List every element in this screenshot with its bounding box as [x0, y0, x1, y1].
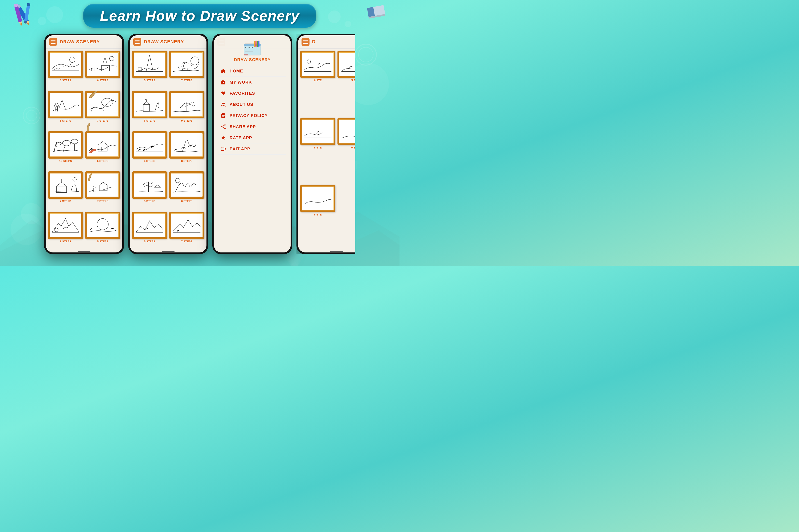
phone-2-screen: DRAW SCENERY 5 STEPS — [130, 35, 206, 252]
drawing-item[interactable]: 5 STEPS — [132, 212, 167, 250]
svg-point-115 — [359, 47, 373, 62]
drawing-item[interactable]: 16 STEPS — [48, 131, 83, 170]
phone-2: DRAW SCENERY 5 STEPS — [128, 34, 208, 254]
mywork-icon — [220, 79, 227, 86]
phone-4-menu-icon[interactable] — [302, 38, 309, 46]
step-label: 6 STEPS — [132, 159, 167, 163]
menu-item-privacy[interactable]: PRIVACY POLICY — [218, 110, 286, 121]
svg-point-97 — [224, 124, 225, 126]
svg-point-92 — [223, 103, 225, 104]
drawing-item[interactable]: 6 STEPS — [132, 91, 167, 129]
phone-2-home-indicator — [162, 251, 175, 252]
exit-label: EXIT APP — [230, 147, 250, 151]
svg-rect-27 — [50, 93, 81, 116]
drawing-item[interactable]: 6 STEPS — [169, 171, 204, 210]
phone-1-menu-icon[interactable] — [49, 38, 57, 46]
drawing-item[interactable]: 5 STEPS — [48, 91, 83, 129]
bg-swirl-2 — [21, 105, 42, 126]
drawing-item[interactable]: 6 STEPS — [85, 51, 120, 89]
svg-rect-102 — [221, 147, 224, 151]
step-label: 7 STEPS — [48, 200, 83, 203]
step-label: 7 STEPS — [169, 79, 204, 82]
step-label: 6 STEPS — [85, 79, 120, 82]
phone-1-header: DRAW SCENERY — [46, 35, 122, 49]
svg-rect-56 — [87, 214, 119, 237]
app-logo — [242, 39, 263, 56]
svg-rect-74 — [171, 174, 203, 196]
phone-4-title: D — [312, 39, 315, 44]
phone-1-title: DRAW SCENERY — [60, 39, 100, 44]
drawing-item[interactable]: 6 STE — [300, 185, 335, 250]
phone-4-grid: 6 STE 5 STE — [298, 49, 375, 252]
drawing-item[interactable]: 5 STE — [338, 118, 373, 183]
home-icon — [220, 68, 227, 74]
phone-3-screen: DRAW SCENERY HOME — [214, 35, 291, 252]
drawing-item[interactable]: 6 STE — [300, 51, 335, 116]
favorites-label: FAVORITES — [230, 91, 255, 96]
home-label: HOME — [230, 69, 243, 74]
phone-1-home-indicator — [78, 251, 90, 252]
svg-line-101 — [222, 127, 224, 128]
step-label: 6 STE — [300, 146, 335, 149]
drawing-item[interactable]: 6 STEPS — [132, 131, 167, 170]
drawing-item[interactable]: 7 STEPS — [169, 212, 204, 250]
svg-rect-45 — [50, 174, 81, 196]
drawing-item[interactable]: 7 STEPS — [48, 171, 83, 210]
step-label: 6 STEPS — [169, 200, 204, 203]
menu-item-share[interactable]: SHARE APP — [218, 121, 286, 132]
menu-item-exit[interactable]: EXIT APP — [218, 144, 286, 155]
svg-rect-71 — [134, 174, 165, 196]
pencils-decoration — [11, 1, 38, 28]
menu-item-favorites[interactable]: FAVORITES — [218, 88, 286, 99]
phone-1: DRAW SCENERY — [44, 34, 124, 254]
svg-rect-82 — [255, 40, 256, 47]
phone-1-grid: 6 STEPS 6 STEPS — [46, 49, 122, 252]
step-label: 6 STE — [300, 79, 335, 82]
menu-item-mywork[interactable]: MY WORK — [218, 77, 286, 88]
phone-4-screen: D 6 STE — [298, 35, 375, 252]
svg-point-91 — [222, 103, 223, 104]
svg-rect-61 — [171, 53, 203, 76]
step-label: 6 STEPS — [48, 79, 83, 82]
drawing-item[interactable]: 5 STEPS — [85, 212, 120, 250]
svg-rect-78 — [171, 214, 203, 237]
drawing-item[interactable]: 6 STEPS — [48, 51, 83, 89]
phone-1-screen: DRAW SCENERY — [46, 35, 122, 252]
phone-2-title: DRAW SCENERY — [144, 39, 184, 44]
menu-item-rate[interactable]: RATE APP — [218, 132, 286, 144]
step-label: 8 STEPS — [48, 240, 83, 243]
drawing-item[interactable]: 8 STEPS — [169, 131, 204, 170]
step-label: 8 STEPS — [169, 159, 204, 163]
drawing-item[interactable]: 8 STEPS — [48, 212, 83, 250]
step-label: 5 STE — [338, 146, 373, 149]
step-label: 5 STEPS — [85, 240, 120, 243]
privacy-icon — [220, 112, 227, 119]
step-label: 5 STEPS — [132, 240, 167, 243]
svg-rect-84 — [258, 40, 259, 47]
aboutus-icon — [220, 101, 227, 108]
svg-rect-103 — [302, 53, 334, 76]
step-label: 7 STEPS — [85, 200, 120, 203]
phone-2-header: DRAW SCENERY — [130, 35, 206, 49]
drawing-item[interactable]: 6 STE — [300, 118, 335, 183]
svg-rect-53 — [50, 214, 81, 237]
rate-label: RATE APP — [230, 135, 252, 140]
share-label: SHARE APP — [230, 124, 256, 129]
pencil-shaving-4 — [86, 172, 96, 182]
step-label: 5 STEPS — [132, 79, 167, 82]
drawing-item[interactable]: 7 STEPS — [169, 51, 204, 89]
drawing-item[interactable]: 9 STEPS — [169, 91, 204, 129]
rate-icon — [220, 134, 227, 141]
svg-rect-90 — [223, 82, 224, 83]
step-label: 5 STE — [338, 79, 373, 82]
drawing-item[interactable]: 5 STEPS — [132, 171, 167, 210]
step-label: 7 STEPS — [169, 240, 204, 243]
svg-point-98 — [224, 128, 225, 129]
menu-item-home[interactable]: HOME — [218, 65, 286, 77]
svg-rect-76 — [134, 214, 165, 237]
phone-2-menu-icon[interactable] — [133, 38, 141, 46]
menu-item-aboutus[interactable]: ABOUT US — [218, 99, 286, 110]
svg-rect-83 — [257, 41, 258, 47]
mywork-label: MY WORK — [230, 80, 252, 84]
drawing-item[interactable]: 5 STEPS — [132, 51, 167, 89]
